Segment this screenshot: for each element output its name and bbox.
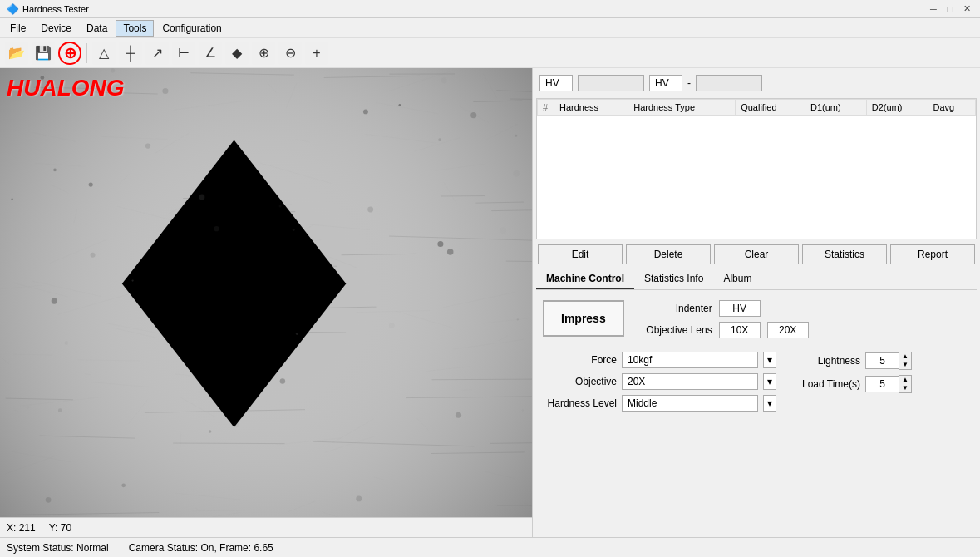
impress-section: Impress Indenter HV Objective Lens 10X 2…: [543, 300, 970, 338]
force-row: Force ▾: [546, 352, 776, 368]
lightness-down-btn[interactable]: ▼: [899, 361, 911, 369]
delete-button[interactable]: Delete: [626, 244, 711, 264]
machine-control-panel: Impress Indenter HV Objective Lens 10X 2…: [536, 297, 977, 534]
lightness-row: Lightness ▲ ▼: [790, 352, 967, 370]
lightness-spinner-btns: ▲ ▼: [899, 352, 912, 370]
impress-button[interactable]: Impress: [543, 300, 624, 337]
indenter-value: HV: [719, 300, 761, 317]
objective-label: Objective: [546, 376, 617, 387]
tab-statistics-info[interactable]: Statistics Info: [634, 269, 713, 289]
diamond-tool-button[interactable]: ◆: [225, 42, 249, 65]
clear-button[interactable]: Clear: [714, 244, 799, 264]
objective-lens-row: Objective Lens 10X 20X: [638, 322, 809, 338]
title-bar: 🔷 Hardness Tester ─ □ ✕: [0, 0, 980, 18]
load-time-spinner-btns: ▲ ▼: [899, 375, 912, 393]
col-hardness: Hardness: [554, 100, 628, 116]
toolbar: 📂 💾 ⊕ △ ┼ ↗ ⊢ ∠ ◆ ⊕ ⊖ +: [0, 38, 980, 68]
x-value: 211: [19, 522, 36, 534]
force-label: Force: [546, 354, 617, 366]
hv-input-1[interactable]: [578, 75, 644, 91]
force-value[interactable]: [622, 352, 758, 368]
app-icon: 🔷: [7, 3, 19, 15]
toolbar-sep-1: [86, 43, 87, 63]
crosshair-tool-button[interactable]: ┼: [119, 42, 142, 65]
load-time-up-btn[interactable]: ▲: [899, 376, 911, 384]
action-buttons-row: Edit Delete Clear Statistics Report: [536, 243, 977, 266]
settings-left: Force ▾ Objective ▾ Hardness Level ▾: [546, 352, 776, 412]
tab-machine-control[interactable]: Machine Control: [536, 269, 634, 289]
edit-button[interactable]: Edit: [538, 244, 623, 264]
indenter-section: Indenter HV Objective Lens 10X 20X: [638, 300, 809, 338]
objective-dropdown[interactable]: ▾: [763, 373, 776, 390]
arrow-tool-button[interactable]: ↗: [145, 42, 169, 65]
camera-status: Camera Status: On, Frame: 6.65: [129, 542, 273, 554]
zoom-in-button[interactable]: ⊕: [252, 42, 275, 65]
measure-tool-button[interactable]: ⊢: [172, 42, 195, 65]
y-value: 70: [61, 522, 71, 534]
indenter-row: Indenter HV: [638, 300, 809, 317]
coords-bar: X: 211 Y: 70: [0, 517, 532, 537]
settings-right: Lightness ▲ ▼ Load Time(s): [790, 352, 967, 412]
statistics-button[interactable]: Statistics: [802, 244, 887, 264]
load-time-label: Load Time(s): [790, 378, 860, 390]
data-table: # Hardness Hardness Type Qualified D1(um…: [537, 99, 976, 116]
status-bar: System Status: Normal Camera Status: On,…: [0, 537, 980, 557]
col-davg: Davg: [928, 100, 975, 116]
add-button[interactable]: +: [305, 42, 328, 65]
col-hardness-type: Hardness Type: [628, 100, 736, 116]
load-time-input[interactable]: [865, 376, 899, 392]
lightness-input[interactable]: [865, 352, 899, 369]
menu-bar: File Device Data Tools Configuration: [0, 18, 980, 38]
load-time-row: Load Time(s) ▲ ▼: [790, 375, 967, 393]
menu-data[interactable]: Data: [80, 21, 114, 36]
col-qualified: Qualified: [736, 100, 805, 116]
hualong-logo: HUALONG: [7, 75, 125, 101]
main-area: HUALONG X: 211 Y: 70 HV HV - # Hardness …: [0, 68, 980, 537]
menu-device[interactable]: Device: [34, 21, 78, 36]
zoom-out-button[interactable]: ⊖: [278, 42, 302, 65]
tab-album[interactable]: Album: [713, 269, 761, 289]
camera-view[interactable]: HUALONG: [0, 68, 532, 517]
hv-dropdown-1[interactable]: HV: [539, 75, 573, 91]
left-panel: HUALONG X: 211 Y: 70: [0, 68, 532, 537]
hv-selector-row: HV HV -: [536, 71, 977, 95]
objective-lens-val1[interactable]: 10X: [719, 322, 761, 338]
settings-grid: Force ▾ Objective ▾ Hardness Level ▾: [543, 352, 970, 412]
menu-tools[interactable]: Tools: [116, 20, 154, 37]
triangle-tool-button[interactable]: △: [92, 42, 116, 65]
camera-canvas: [0, 68, 532, 517]
load-time-spinner: ▲ ▼: [865, 375, 912, 393]
menu-configuration[interactable]: Configuration: [155, 21, 228, 36]
hardness-level-row: Hardness Level ▾: [546, 395, 776, 412]
report-button[interactable]: Report: [890, 244, 975, 264]
tab-row: Machine Control Statistics Info Album: [536, 269, 977, 290]
hardness-level-value[interactable]: [622, 395, 758, 412]
lightness-label: Lightness: [790, 355, 860, 367]
open-button[interactable]: 📂: [5, 42, 28, 65]
right-panel: HV HV - # Hardness Hardness Type Qualifi…: [532, 68, 980, 537]
hardness-level-dropdown[interactable]: ▾: [763, 395, 776, 412]
minimize-button[interactable]: ─: [927, 2, 940, 16]
objective-lens-val2[interactable]: 20X: [767, 322, 809, 338]
hv-dropdown-2[interactable]: HV: [649, 75, 682, 91]
app-title: Hardness Tester: [22, 4, 89, 14]
hv-input-2[interactable]: [696, 75, 762, 91]
close-button[interactable]: ✕: [960, 2, 973, 16]
indenter-label: Indenter: [638, 303, 712, 314]
angle-tool-button[interactable]: ∠: [199, 42, 222, 65]
logo-button[interactable]: ⊕: [58, 42, 81, 65]
objective-row: Objective ▾: [546, 373, 776, 390]
load-time-down-btn[interactable]: ▼: [899, 384, 911, 392]
data-table-container[interactable]: # Hardness Hardness Type Qualified D1(um…: [536, 98, 977, 239]
hv-separator: -: [687, 77, 691, 89]
objective-value[interactable]: [622, 373, 758, 390]
col-d1: D1(um): [805, 100, 866, 116]
menu-file[interactable]: File: [3, 21, 32, 36]
force-dropdown[interactable]: ▾: [763, 352, 776, 368]
system-status: System Status: Normal: [7, 542, 109, 554]
save-button[interactable]: 💾: [32, 42, 55, 65]
table-header-row: # Hardness Hardness Type Qualified D1(um…: [538, 100, 976, 116]
lightness-spinner: ▲ ▼: [865, 352, 912, 370]
lightness-up-btn[interactable]: ▲: [899, 352, 911, 361]
maximize-button[interactable]: □: [943, 2, 957, 16]
